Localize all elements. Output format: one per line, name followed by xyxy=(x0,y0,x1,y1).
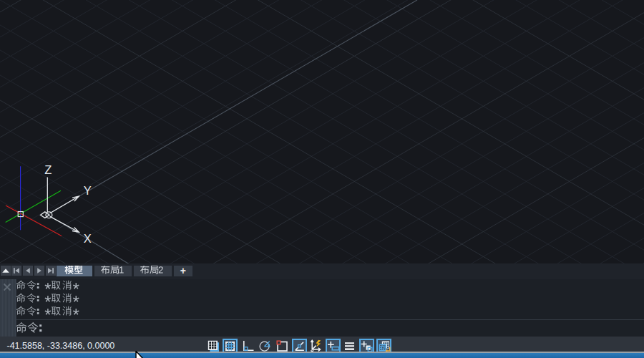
svg-text:Y: Y xyxy=(84,184,92,197)
svg-text:X: X xyxy=(84,232,92,245)
svg-text:Z: Z xyxy=(44,163,52,176)
